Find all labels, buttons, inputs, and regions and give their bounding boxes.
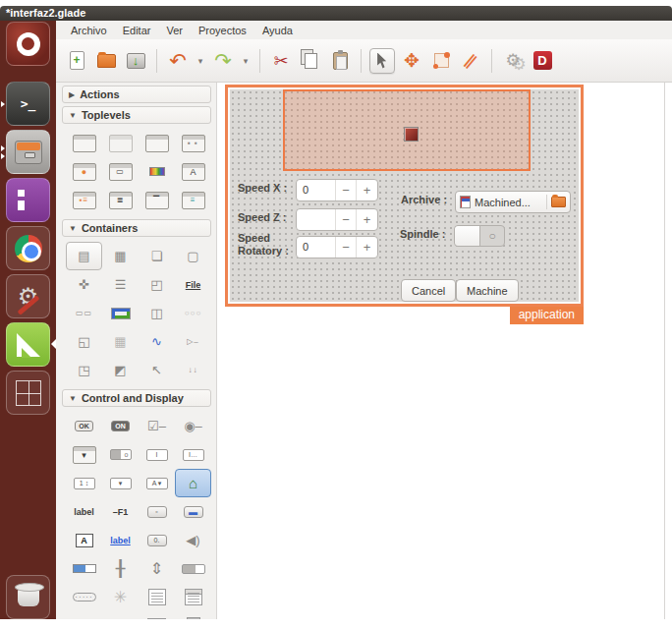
toolbar-redo-button[interactable]: ↷ [210,48,236,74]
tool-item-group-palette-item[interactable]: ↓↓ [175,356,211,384]
fixed-palette-item[interactable]: ✜ [66,270,102,299]
combo-box-text-palette-item[interactable]: A ▾ [139,469,175,497]
label-palette-item[interactable]: label [66,497,102,526]
launcher-workspace-switcher[interactable] [6,371,50,415]
spindle-switch[interactable]: ○ [454,225,505,247]
launcher-trash[interactable] [6,575,50,619]
v-scale-palette-item[interactable]: ╂ [102,554,139,583]
ok-button-palette-item[interactable]: OK [66,412,102,440]
h-scrollbar-palette-item[interactable] [175,554,211,583]
switch-handle[interactable] [455,226,480,246]
window-palette-item[interactable] [66,129,102,157]
app-window-design[interactable]: Speed X : 0 − + Speed Z : − + Speed Rota… [225,85,584,307]
palette-section-containers[interactable]: ▼Containers [62,219,211,237]
palette-section-actions[interactable]: ▶Actions [62,86,211,103]
size-group-palette-item[interactable]: ○○○ [175,299,211,327]
speed-rotatory-spinbutton[interactable]: 0 − + [296,236,378,258]
password-entry-palette-item[interactable]: ····· [66,583,102,611]
minus-button[interactable]: − [335,209,357,230]
plus-button[interactable]: + [356,180,377,200]
machine-button[interactable]: Machine [456,279,519,302]
font-button-palette-item[interactable]: A [66,526,102,554]
check-button-palette-item[interactable]: ☑– [139,412,175,440]
button-palette-item[interactable]: ▫ [139,497,175,526]
recent-chooser-dialog-palette-item[interactable]: ▭ [102,157,139,186]
accel-label-palette-item[interactable]: –F1 [102,497,139,526]
volume-button-palette-item[interactable]: ◀) [175,526,211,554]
toolbar-cut-button[interactable]: ✂ [268,48,294,74]
folder-icon[interactable] [551,197,566,207]
text-view-palette-item[interactable] [139,583,175,611]
switch-palette-item[interactable]: o [102,440,139,469]
revealer-palette-item[interactable]: ↖ [139,356,175,384]
toolbar-copy-button[interactable] [298,48,323,74]
menu-ayuda[interactable]: Ayuda [255,23,300,38]
calendar-palette-item[interactable] [139,611,175,619]
widget-class-tag[interactable]: application [510,307,584,324]
selected-image-widget[interactable] [283,89,531,171]
about-dialog-palette-item[interactable]: ● [66,157,102,186]
box-palette-item[interactable]: ▤ [66,242,102,270]
dialog-palette-item[interactable]: ▪ ▪ [175,129,211,157]
toolbar-undo-menu-button[interactable]: ▾ [195,48,206,74]
menu-editar[interactable]: Editar [116,23,158,38]
plus-button[interactable]: + [356,209,377,230]
color-button-palette-item[interactable]: ▬ [175,497,211,526]
tree-view-palette-item[interactable] [175,583,211,611]
toggle-button-palette-item[interactable]: ON [102,412,139,440]
list-store-palette-item[interactable] [175,611,211,619]
entry-palette-item[interactable]: I [139,440,175,469]
speed-rotatory-value[interactable]: 0 [297,237,335,258]
icon-view-palette-item[interactable] [66,611,102,619]
font-chooser-dialog-palette-item[interactable]: A [175,157,211,186]
toolbar-undo-button[interactable]: ↶ [165,48,191,74]
notebook-palette-item[interactable]: ❏ [139,242,175,270]
minus-button[interactable]: − [335,237,357,258]
toolbar-preferences-button[interactable]: ⚙ [500,48,526,74]
progress-bar-palette-item[interactable] [66,554,102,583]
image-palette-item[interactable]: ⌂ [175,469,211,497]
toolbar-select-widgets-button[interactable] [369,48,395,74]
grid-palette-item[interactable]: ▦ [102,242,139,270]
combo-box-palette-item[interactable]: ▾ [102,469,139,497]
radio-button-palette-item[interactable]: ◉– [175,412,211,440]
assistant-palette-item[interactable]: ▔ [139,186,175,214]
offscreen-window-palette-item[interactable] [139,129,175,157]
file-chooser-dialog-palette-item[interactable]: ≣ [102,186,139,214]
speed-x-value[interactable]: 0 [297,180,335,200]
toolbar-edit-margins-button[interactable] [428,48,454,74]
toolbar-new-project-button[interactable]: + [64,48,89,74]
launcher-software-center[interactable] [6,178,50,222]
toolbar-paste-button[interactable] [327,48,353,74]
paned-palette-item[interactable]: ◫ [139,299,175,327]
application-window-palette-item[interactable] [102,129,139,157]
button-box-palette-item[interactable]: ▭▭ [66,299,102,327]
file-chooser-button-palette-item[interactable]: File [175,270,211,299]
cancel-button[interactable]: Cancel [401,279,456,302]
toolbar-edit-alignment-button[interactable]: ∥ [458,48,483,74]
menu-archivo[interactable]: Archivo [64,23,114,38]
list-box-palette-item[interactable]: ☰ [102,270,139,299]
menu-ver[interactable]: Ver [159,23,190,38]
aspect-frame-palette-item[interactable]: ◰ [139,270,175,299]
frame-palette-item[interactable]: ▢ [175,242,211,270]
launcher-ubuntu-dash[interactable] [6,22,50,66]
launcher-terminal[interactable]: >_ [6,82,50,126]
level-bar-palette-item[interactable]: ⇕ [139,554,175,583]
toolbar-save-project-button[interactable]: ↓ [123,48,148,74]
window-titlebar[interactable]: *interfaz2.glade [0,6,672,21]
archive-filechooser-button[interactable]: Machined... [455,191,571,213]
speed-z-value[interactable] [297,209,335,230]
spin-button-palette-item[interactable]: 1 ↕ [66,469,102,497]
launcher-file-manager[interactable] [6,130,50,174]
palette-section-toplevels[interactable]: ▼Toplevels [62,106,211,124]
launcher-glade[interactable] [6,322,50,367]
overlay-palette-item[interactable]: ∿ [139,327,175,356]
toolbar-palette-item[interactable] [102,299,139,327]
toolbar-open-project-button[interactable] [93,48,119,74]
menu-button-palette-item[interactable]: ▾ [66,440,102,469]
launcher-system-settings[interactable]: ⚙ [6,274,50,318]
plus-button[interactable]: + [356,237,377,258]
layout-palette-item[interactable]: ▦ [102,327,139,356]
color-chooser-dialog-palette-item[interactable] [139,157,175,186]
